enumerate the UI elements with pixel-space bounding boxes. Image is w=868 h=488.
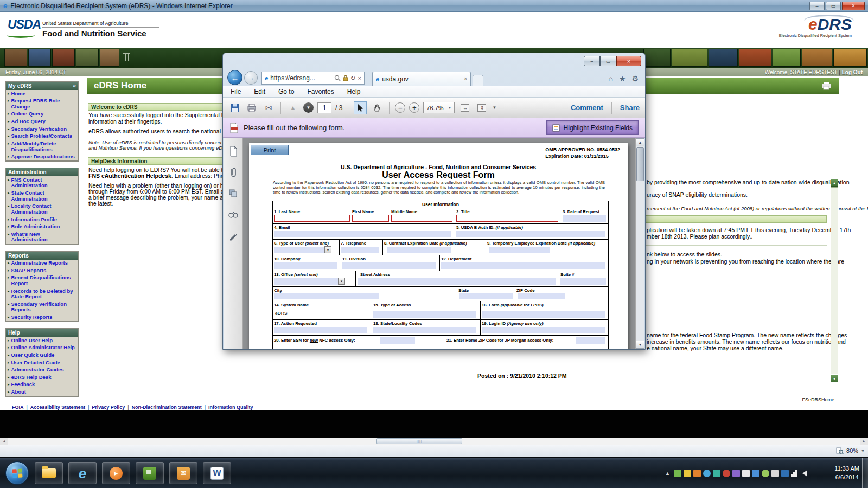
taskbar-outlook-icon[interactable]: ✉ bbox=[169, 462, 197, 484]
taskbar-media-player-icon[interactable]: ▶ bbox=[102, 462, 130, 484]
office-select[interactable] bbox=[274, 278, 338, 285]
tab-close-icon[interactable]: × bbox=[464, 76, 467, 82]
office-dropdown-icon[interactable]: ▼ bbox=[338, 278, 345, 285]
fprs-form-input[interactable] bbox=[482, 311, 605, 318]
sidebar-item-fns-contact[interactable]: ▸FNS Contact Administration bbox=[6, 176, 78, 189]
taskbar-app-icon[interactable] bbox=[136, 462, 164, 484]
zoom-dropdown-icon[interactable]: ▼ bbox=[861, 449, 865, 453]
sidebar-item-feedback[interactable]: ▸Feedback bbox=[6, 381, 78, 389]
previous-page-icon[interactable]: ▲ bbox=[286, 101, 299, 114]
page-number-input[interactable] bbox=[317, 102, 331, 113]
eauth-id-input[interactable] bbox=[456, 231, 605, 237]
email-input[interactable] bbox=[274, 231, 451, 237]
sidebar-item-admin-reports[interactable]: ▸Administrative Reports bbox=[6, 260, 78, 267]
new-tab-button[interactable] bbox=[473, 75, 483, 86]
close-button[interactable]: × bbox=[842, 2, 865, 10]
type-of-access-input[interactable] bbox=[373, 311, 476, 318]
tray-icon[interactable] bbox=[781, 470, 789, 477]
state-input[interactable] bbox=[459, 293, 513, 299]
show-hidden-icons[interactable]: ▲ bbox=[665, 471, 670, 476]
sidebar-item-information-profile[interactable]: ▸Information Profile bbox=[6, 216, 78, 223]
sidebar-item-records-deleted[interactable]: ▸Records to be Deleted by State Report bbox=[6, 287, 78, 300]
zoom-control[interactable]: 80% ▼ bbox=[833, 446, 865, 455]
menu-help[interactable]: Help bbox=[347, 88, 361, 95]
footer-link-nondiscrimination[interactable]: Non-Discrimination Statement bbox=[132, 404, 202, 410]
content-scrollbar[interactable] bbox=[831, 187, 838, 374]
sidebar-item-home[interactable]: ▸Home bbox=[6, 90, 78, 98]
taskbar-explorer-icon[interactable] bbox=[35, 462, 63, 484]
telephone-input[interactable] bbox=[341, 247, 379, 253]
print-icon[interactable] bbox=[245, 101, 258, 114]
email-icon[interactable]: ✉ bbox=[262, 101, 275, 114]
last-name-input[interactable] bbox=[274, 215, 350, 222]
sidebar-item-role-administration[interactable]: ▸Role Administration bbox=[6, 223, 78, 231]
tray-icon[interactable] bbox=[742, 470, 750, 477]
pdf-scroll-down-icon[interactable]: ▼ bbox=[636, 341, 644, 349]
menu-goto[interactable]: Go to bbox=[278, 88, 294, 95]
sidebar-item-snap-reports[interactable]: ▸SNAP Reports bbox=[6, 267, 78, 274]
sidebar-item-user-detailed-guide[interactable]: ▸User Detailed Guide bbox=[6, 359, 78, 367]
city-input[interactable] bbox=[274, 293, 379, 299]
menu-edit[interactable]: Edit bbox=[254, 88, 265, 95]
sidebar-item-whats-new[interactable]: ▸What's New Administration bbox=[6, 230, 78, 243]
taskbar-ie-icon[interactable]: e bbox=[68, 462, 97, 484]
popup-close-button[interactable]: × bbox=[616, 56, 641, 66]
page-thumbnails-icon[interactable] bbox=[227, 145, 239, 157]
signature-pen-icon[interactable] bbox=[227, 230, 239, 242]
tray-icon[interactable] bbox=[771, 470, 779, 477]
save-icon[interactable] bbox=[228, 101, 241, 114]
stop-icon[interactable]: × bbox=[358, 75, 361, 81]
footer-link-accessibility[interactable]: Accessibility Statement bbox=[30, 404, 85, 410]
tray-icon[interactable] bbox=[684, 470, 691, 477]
sidebar-item-disqualifications[interactable]: ▸Add/Modify/Delete Disqualifications bbox=[6, 140, 78, 153]
division-input[interactable] bbox=[342, 262, 436, 269]
suite-input[interactable] bbox=[560, 278, 606, 285]
taskbar-clock[interactable]: 11:33 AM 6/6/2014 bbox=[834, 465, 859, 482]
sidebar-item-approve-disqualifications[interactable]: ▸Approve Disqualifications bbox=[6, 153, 78, 161]
attachments-icon[interactable] bbox=[227, 166, 239, 178]
share-button[interactable]: Share bbox=[620, 104, 640, 112]
middle-name-input[interactable] bbox=[391, 215, 452, 222]
toolbar-more-icon[interactable]: ▼ bbox=[492, 105, 496, 110]
tray-icon[interactable] bbox=[762, 470, 769, 477]
home-icon[interactable]: ⌂ bbox=[608, 74, 612, 83]
menu-file[interactable]: File bbox=[231, 88, 241, 95]
tray-icon[interactable] bbox=[674, 470, 681, 477]
print-page-icon[interactable] bbox=[821, 81, 832, 90]
next-page-icon[interactable]: ▼ bbox=[303, 102, 314, 113]
pdf-scrollbar-thumb[interactable] bbox=[636, 147, 644, 181]
sidebar-item-online-user-help[interactable]: ▸Online User Help bbox=[6, 337, 78, 344]
footer-link-information-quality[interactable]: Information Quality bbox=[208, 404, 253, 410]
tray-icon[interactable] bbox=[693, 470, 701, 477]
start-button[interactable] bbox=[5, 461, 29, 485]
back-button[interactable]: ← bbox=[227, 70, 242, 85]
tray-icon[interactable] bbox=[752, 470, 760, 477]
sidebar-item-secondary-verification-reports[interactable]: ▸Secondary Verification Reports bbox=[6, 300, 78, 313]
highlight-existing-fields-button[interactable]: Highlight Existing Fields bbox=[546, 120, 639, 135]
action-requested-input[interactable] bbox=[274, 327, 367, 333]
print-form-button[interactable]: Print bbox=[251, 145, 289, 155]
type-of-user-dropdown-icon[interactable]: ▼ bbox=[324, 246, 331, 253]
department-input[interactable] bbox=[441, 262, 605, 269]
first-name-input[interactable] bbox=[352, 215, 389, 222]
tray-icon[interactable] bbox=[703, 470, 711, 477]
address-bar[interactable]: e https://edrsng... ↻ × bbox=[261, 72, 365, 85]
tray-icon[interactable] bbox=[723, 470, 730, 477]
scroll-up-button[interactable]: ▲ bbox=[831, 179, 838, 187]
refresh-icon[interactable]: ↻ bbox=[350, 74, 356, 82]
pdf-scrollbar[interactable]: ▲ ▼ bbox=[635, 138, 644, 349]
sidebar-item-request-role[interactable]: ▸Request EDRS Role Change bbox=[6, 98, 78, 111]
zip-code-input[interactable] bbox=[518, 293, 565, 299]
sidebar-item-edrs-help-desk[interactable]: ▸eDRS Help Desk bbox=[6, 374, 78, 381]
zoom-select[interactable]: 76.7%▼ bbox=[423, 102, 455, 113]
layers-icon[interactable] bbox=[227, 188, 239, 200]
street-address-input[interactable] bbox=[358, 278, 556, 285]
search-icon[interactable] bbox=[334, 75, 341, 81]
sidebar-item-recent-disqualifications[interactable]: ▸Recent Disqualifications Report bbox=[6, 274, 78, 287]
sidebar-item-user-quick-guide[interactable]: ▸User Quick Guide bbox=[6, 351, 78, 359]
pdf-scroll-up-icon[interactable]: ▲ bbox=[636, 138, 644, 146]
zoom-in-icon[interactable]: + bbox=[409, 102, 419, 113]
scroll-right-button[interactable]: ► bbox=[860, 438, 868, 445]
sidebar-item-about[interactable]: ▸About bbox=[6, 389, 78, 396]
hand-tool-icon[interactable] bbox=[371, 101, 384, 114]
